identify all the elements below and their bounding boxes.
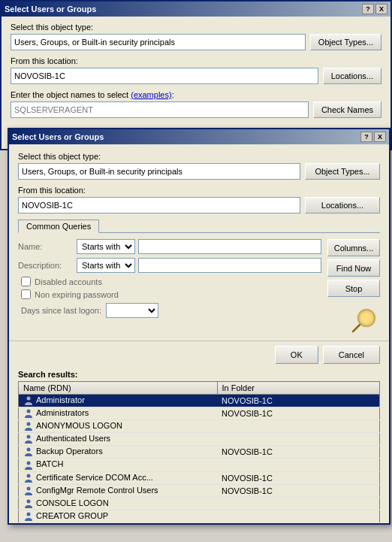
result-name-text: Administrator [36, 395, 85, 404]
svg-point-5 [27, 422, 31, 426]
result-name-text: Certificate Service DCOM Acc... [36, 473, 153, 482]
search-icon [350, 307, 380, 335]
common-queries-tab[interactable]: Common Queries [18, 220, 99, 233]
svg-point-11 [27, 499, 31, 503]
table-row[interactable]: ANONYMOUS LOGON [19, 420, 380, 433]
table-row[interactable]: CONSOLE LOGON [19, 497, 380, 510]
result-name-cell: Certificate Service DCOM Acc... [19, 471, 218, 484]
svg-point-7 [27, 448, 31, 452]
svg-point-6 [27, 435, 31, 439]
logon-days-select[interactable] [106, 303, 158, 318]
object-type-label: Select this object type: [18, 152, 380, 161]
main-help-button[interactable]: ? [360, 132, 372, 142]
description-filter-input[interactable] [138, 258, 321, 273]
ok-button[interactable]: OK [275, 346, 318, 364]
table-row[interactable]: ConfigMgr Remote Control UsersNOVOSIB-1C [19, 484, 380, 497]
bg-enter-names-label: Enter the object names to select (exampl… [11, 90, 381, 99]
object-type-input[interactable] [18, 163, 300, 180]
logon-days-label: Days since last logon: [21, 306, 101, 315]
result-name-text: CREATOR GROUP [36, 511, 108, 520]
result-folder-cell [217, 459, 379, 471]
object-types-button[interactable]: Object Types... [305, 163, 380, 180]
user-icon [23, 498, 34, 509]
disabled-accounts-checkbox[interactable] [21, 277, 31, 286]
bg-titlebar: Select Users or Groups ? X [2, 2, 390, 17]
stop-button[interactable]: Stop [327, 280, 380, 297]
result-name-cell: CONSOLE LOGON [19, 497, 218, 510]
result-folder-cell: NOVOSIB-1C [217, 395, 379, 407]
user-icon [23, 473, 34, 483]
result-name-text: Backup Operators [36, 447, 103, 456]
results-label: Search results: [18, 370, 380, 379]
result-folder-cell: NOVOSIB-1C [217, 407, 379, 420]
bg-locations-button[interactable]: Locations... [323, 68, 381, 84]
user-icon [23, 511, 34, 522]
svg-point-2 [361, 313, 372, 323]
user-icon [23, 408, 34, 419]
col-name-header: Name (RDN) [19, 382, 218, 395]
table-row[interactable]: Authenticated Users [19, 433, 380, 446]
table-row[interactable]: Backup OperatorsNOVOSIB-1C [19, 446, 380, 459]
name-filter-select[interactable]: Starts with [77, 239, 135, 254]
table-row[interactable]: BATCH [19, 459, 380, 471]
user-icon [23, 486, 34, 496]
main-dialog: Select Users or Groups ? X Select this o… [8, 128, 390, 525]
table-row[interactable]: CREATOR GROUP [19, 510, 380, 522]
result-folder-cell: NOVOSIB-1C [217, 471, 379, 484]
user-icon [23, 434, 34, 444]
object-type-row: Object Types... [18, 163, 380, 180]
non-expiring-row: Non expiring password [18, 289, 321, 299]
result-folder-cell [217, 510, 379, 522]
main-close-button[interactable]: X [374, 132, 386, 142]
queries-main-area: Name: Starts with Description: Starts wi… [18, 239, 380, 335]
bg-location-label: From this location: [11, 56, 381, 65]
result-name-cell: Backup Operators [19, 446, 218, 459]
table-row[interactable]: AdministratorNOVOSIB-1C [19, 395, 380, 407]
result-name-text: Administrators [36, 408, 89, 417]
location-input[interactable] [18, 197, 300, 213]
result-name-cell: BATCH [19, 459, 218, 471]
non-expiring-checkbox[interactable] [21, 289, 31, 299]
bg-names-input[interactable] [11, 101, 309, 118]
logon-days-row: Days since last logon: [18, 303, 321, 318]
table-row[interactable]: Certificate Service DCOM Acc...NOVOSIB-1… [19, 471, 380, 484]
bg-object-types-button[interactable]: Object Types... [310, 34, 381, 50]
location-row: Locations... [18, 197, 380, 213]
bg-close-button[interactable]: X [375, 4, 387, 14]
location-label: From this location: [18, 186, 380, 195]
bg-names-row: Check Names [11, 101, 381, 118]
result-name-text: BATCH [36, 459, 63, 468]
result-name-cell: ConfigMgr Remote Control Users [19, 484, 218, 497]
tab-bar: Common Queries [18, 220, 380, 233]
cancel-button[interactable]: Cancel [323, 346, 380, 364]
result-name-cell: Authenticated Users [19, 433, 218, 446]
bg-object-type-row: Object Types... [11, 34, 381, 50]
main-content: Select this object type: Object Types...… [9, 144, 389, 341]
svg-point-4 [27, 410, 31, 413]
bg-examples-link[interactable]: (examples) [131, 90, 171, 99]
columns-button[interactable]: Columns... [327, 239, 380, 256]
footer-buttons: OK Cancel [275, 346, 380, 364]
name-filter-row: Name: Starts with [18, 239, 321, 254]
bg-location-input[interactable] [11, 68, 318, 84]
user-icon [23, 460, 34, 471]
svg-line-1 [353, 325, 360, 332]
results-section: Search results: Name (RDN) In Folder Adm… [9, 370, 389, 523]
table-row[interactable]: AdministratorsNOVOSIB-1C [19, 407, 380, 420]
result-folder-cell [217, 497, 379, 510]
svg-point-8 [27, 461, 31, 465]
disabled-accounts-row: Disabled accounts [18, 277, 321, 286]
results-table-wrapper: Name (RDN) In Folder AdministratorNOVOSI… [18, 381, 380, 523]
result-name-text: CONSOLE LOGON [36, 498, 109, 507]
bg-object-type-input[interactable] [11, 34, 306, 50]
main-titlebar-buttons: ? X [360, 132, 386, 142]
name-filter-input[interactable] [138, 239, 321, 254]
locations-button[interactable]: Locations... [305, 197, 380, 213]
find-now-button[interactable]: Find Now [327, 259, 380, 277]
result-name-cell: CREATOR GROUP [19, 510, 218, 522]
bg-help-button[interactable]: ? [362, 4, 374, 14]
result-folder-cell: NOVOSIB-1C [217, 446, 379, 459]
description-filter-select[interactable]: Starts with [77, 258, 135, 273]
bg-check-names-button[interactable]: Check Names [313, 101, 381, 118]
user-icon [23, 395, 34, 406]
